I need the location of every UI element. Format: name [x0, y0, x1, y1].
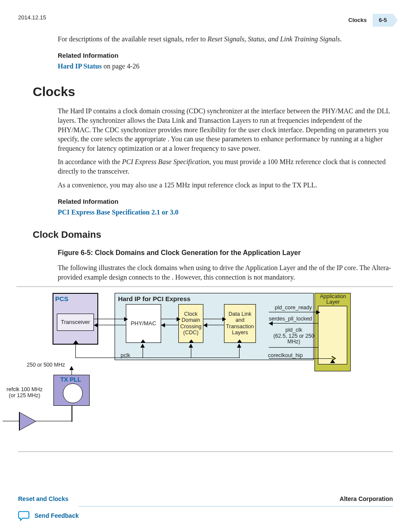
clock-caret-icon	[140, 339, 146, 343]
header-date: 2014.12.15	[18, 14, 46, 22]
clocks-para-3: As a convenience, you may also use a 125…	[58, 180, 393, 190]
reset-signals-sentence: For descriptions of the available reset …	[58, 34, 393, 44]
arrow-left-icon	[94, 323, 98, 327]
text: In accordance with the	[58, 158, 122, 165]
spec-italic: PCI Express Base Specification	[122, 158, 209, 165]
arrow-right-icon	[124, 317, 128, 321]
footer-left-link[interactable]: Reset and Clocks	[18, 495, 68, 503]
wire	[3, 421, 20, 422]
arrow-up-icon	[189, 344, 193, 348]
arrow-left-icon	[161, 323, 165, 327]
clock-domains-heading: Clock Domains	[33, 228, 393, 241]
related-info-heading-2: Related Information	[58, 197, 393, 206]
related-info-line: Hard IP Status on page 4-26	[58, 62, 393, 71]
wire	[75, 345, 76, 358]
clock-caret-icon	[189, 339, 194, 343]
send-feedback-link[interactable]: Send Feedback	[34, 512, 79, 520]
refclk-label: refclk 100 MHz (or 125 MHz)	[5, 386, 44, 399]
text: The following illustrates the clock doma…	[58, 264, 212, 271]
text: . However, this connection is not mandat…	[172, 274, 295, 281]
phy-mac-block: PHY/MAC	[126, 304, 161, 343]
hard-ip-status-link[interactable]: Hard IP Status	[58, 62, 102, 70]
arrow-up-icon	[140, 344, 145, 348]
arrow-right-icon	[222, 317, 226, 321]
wire	[161, 319, 178, 319]
ref-italic: Reset Signals, Status, and Link Training…	[207, 35, 340, 43]
header-section: Clocks	[342, 14, 373, 27]
pld-core-ready-label: pld_core_ready	[269, 305, 312, 311]
serdes-pll-locked-label: serdes_pll_locked	[269, 316, 312, 322]
text: on page 4-26	[102, 62, 140, 70]
pcs-label: PCS	[55, 295, 68, 303]
wire	[203, 319, 224, 319]
tx-pll-circle-icon	[63, 383, 83, 403]
footer-corp: Altera Corporation	[339, 495, 393, 503]
wire	[94, 325, 126, 325]
text: to the	[155, 274, 172, 281]
wire	[269, 323, 318, 324]
buffer-icon-fill	[20, 413, 35, 430]
wire	[269, 347, 318, 348]
pld-clk-mhz-label: (62.5, 125 or 250 MHz)	[272, 333, 315, 345]
footer-divider	[78, 506, 393, 507]
wire	[72, 406, 72, 422]
arrow-left-icon	[203, 323, 207, 327]
feedback-bubble-icon	[18, 510, 30, 521]
cdc-block: Clock Domain Crossing (CDC)	[178, 304, 203, 343]
arrow-left-icon	[269, 321, 273, 326]
related-info-heading: Related Information	[58, 51, 393, 60]
pci-spec-link[interactable]: PCI Express Base Specification 2.1 or 3.…	[58, 208, 178, 216]
text: to drive the Application Layer and the	[212, 264, 319, 271]
clock-domains-diagram: PCS Transceiver 250 or 500 MHz Hard IP f…	[18, 293, 393, 448]
header-page-number: 6-5	[373, 14, 393, 27]
wire	[269, 312, 318, 312]
pld-clk-label: pld_clk	[277, 327, 311, 333]
wire	[269, 358, 333, 359]
clocks-para-1: The Hard IP contains a clock domain cros…	[58, 106, 393, 153]
figure-caption: Figure 6-5: Clock Domains and Clock Gene…	[58, 248, 393, 258]
tx-pll-label: TX PLL	[60, 376, 81, 384]
dll-block: Data Link and Transaction Layers	[224, 304, 256, 343]
arrow-open-right-icon	[332, 356, 336, 361]
pclk-label: pclk	[121, 352, 130, 359]
clock-caret-icon	[73, 340, 78, 344]
arrow-right-icon	[316, 310, 320, 314]
transceiver-block: Transceiver	[57, 314, 94, 331]
hard-ip-label: Hard IP for PCI Express	[118, 295, 190, 303]
arrow-up-icon	[69, 366, 74, 370]
mhz-250-500-label: 250 or 500 MHz	[27, 361, 65, 369]
clocks-para-2: In accordance with the PCI Express Base …	[58, 157, 393, 176]
wire	[75, 358, 240, 358]
app-layer-label: Application Layer	[320, 294, 346, 306]
text: For descriptions of the available reset …	[58, 35, 207, 43]
arrow-up-icon	[237, 344, 241, 348]
text: .	[340, 35, 342, 43]
clock-caret-icon	[237, 339, 242, 343]
clocks-heading: Clocks	[33, 83, 393, 101]
wire	[35, 421, 72, 422]
figure-description: The following illustrates the clock doma…	[58, 263, 393, 282]
arrow-right-icon	[177, 317, 181, 321]
wire	[94, 319, 126, 319]
